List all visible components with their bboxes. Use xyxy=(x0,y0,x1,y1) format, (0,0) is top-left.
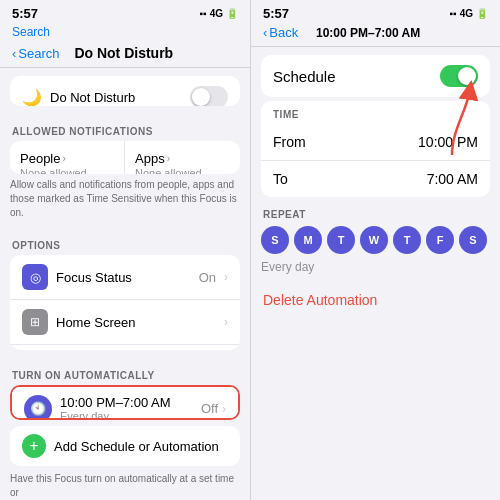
status-bar-left: 5:57 ▪▪ 4G 🔋 xyxy=(0,0,250,23)
every-day-label: Every day xyxy=(261,260,490,274)
auto-sub: Every day xyxy=(60,410,201,420)
auto-value: Off xyxy=(201,401,218,416)
apps-sub: None allowed xyxy=(135,167,230,175)
search-label-left: Search xyxy=(0,23,250,43)
delete-automation-button[interactable]: Delete Automation xyxy=(251,282,500,318)
auto-chevron: › xyxy=(222,402,226,416)
schedule-item[interactable]: 🕙 10:00 PM–7:00 AM Every day Off › xyxy=(12,387,238,420)
apps-title: Apps › xyxy=(135,151,230,166)
time-right: 5:57 xyxy=(263,6,289,21)
day-circles: SMTWTFS xyxy=(261,226,490,254)
nav-bar-left: ‹ Search Do Not Disturb xyxy=(0,43,250,68)
info-text: Allow calls and notifications from peopl… xyxy=(10,178,240,220)
focus-status-row[interactable]: ◎ Focus Status On › xyxy=(10,255,240,300)
time-header: TIME xyxy=(261,101,490,124)
repeat-section: REPEAT SMTWTFS Every day xyxy=(261,205,490,274)
signal-icon-left: ▪▪ xyxy=(200,8,207,19)
nav-title-left: Do Not Disturb xyxy=(60,45,188,61)
day-circle-0[interactable]: S xyxy=(261,226,289,254)
network-right: 4G xyxy=(460,8,473,19)
add-label: Add Schedule or Automation xyxy=(54,439,219,454)
repeat-header: REPEAT xyxy=(261,205,490,226)
moon-icon: 🌙 xyxy=(22,88,42,106)
day-circle-3[interactable]: W xyxy=(360,226,388,254)
time-section: TIME From 10:00 PM To 7:00 AM xyxy=(261,101,490,197)
to-row[interactable]: To 7:00 AM xyxy=(261,161,490,197)
focus-icon-symbol: ◎ xyxy=(30,270,41,285)
options-header: OPTIONS xyxy=(0,228,250,255)
time-left: 5:57 xyxy=(12,6,38,21)
people-chevron: › xyxy=(62,153,65,164)
add-icon: + xyxy=(22,434,46,458)
battery-icon-left: 🔋 xyxy=(226,8,238,19)
home-screen-row[interactable]: ⊞ Home Screen › xyxy=(10,300,240,345)
day-circle-5[interactable]: F xyxy=(426,226,454,254)
dnd-row: 🌙 Do Not Disturb xyxy=(10,76,240,106)
day-circle-4[interactable]: T xyxy=(393,226,421,254)
home-screen-icon: ⊞ xyxy=(22,309,48,335)
auto-title: 10:00 PM–7:00 AM xyxy=(60,395,201,410)
schedule-label: Schedule xyxy=(273,68,440,85)
clock-icon: 🕙 xyxy=(30,401,46,416)
people-sub: None allowed xyxy=(20,167,114,175)
auto-header: TURN ON AUTOMATICALLY xyxy=(0,358,250,385)
day-circle-1[interactable]: M xyxy=(294,226,322,254)
auto-icon: 🕙 xyxy=(24,395,52,420)
focus-status-icon: ◎ xyxy=(22,264,48,290)
from-value: 10:00 PM xyxy=(418,134,478,150)
from-label: From xyxy=(273,134,418,150)
back-button-right[interactable]: ‹ Back xyxy=(263,25,298,40)
status-icons-right: ▪▪ 4G 🔋 xyxy=(450,8,488,19)
network-left: 4G xyxy=(210,8,223,19)
people-cell[interactable]: People › None allowed xyxy=(10,141,125,175)
focus-status-label: Focus Status xyxy=(56,270,199,285)
apps-cell[interactable]: Apps › None allowed xyxy=(125,141,240,175)
footer-text: Have this Focus turn on automatically at… xyxy=(10,472,240,500)
focus-status-value: On xyxy=(199,270,216,285)
right-screen: 5:57 ▪▪ 4G 🔋 ‹ Back 10:00 PM–7:00 AM Sch… xyxy=(250,0,500,500)
lock-screen-row[interactable]: 🔒 Lock Screen › xyxy=(10,345,240,350)
add-schedule-row[interactable]: + Add Schedule or Automation xyxy=(10,426,240,466)
back-chevron-left: ‹ xyxy=(12,46,16,61)
dnd-card: 🌙 Do Not Disturb xyxy=(10,76,240,106)
options-card: ◎ Focus Status On › ⊞ Home Screen › 🔒 Lo… xyxy=(10,255,240,350)
back-button-left[interactable]: ‹ Search xyxy=(12,46,60,61)
auto-text: 10:00 PM–7:00 AM Every day xyxy=(60,395,201,420)
focus-status-chevron: › xyxy=(224,270,228,284)
schedule-row-outline: 🕙 10:00 PM–7:00 AM Every day Off › xyxy=(10,385,240,420)
notif-grid: People › None allowed Apps › None allowe… xyxy=(10,141,240,175)
home-screen-label: Home Screen xyxy=(56,315,220,330)
allowed-notif-header: ALLOWED NOTIFICATIONS xyxy=(0,114,250,141)
left-screen: 5:57 ▪▪ 4G 🔋 Search ‹ Search Do Not Dist… xyxy=(0,0,250,500)
back-chevron-right: ‹ xyxy=(263,25,267,40)
home-icon-symbol: ⊞ xyxy=(30,315,40,329)
day-circle-2[interactable]: T xyxy=(327,226,355,254)
from-row[interactable]: From 10:00 PM xyxy=(261,124,490,161)
nav-title-right: 10:00 PM–7:00 AM xyxy=(298,26,438,40)
dnd-label: Do Not Disturb xyxy=(50,90,190,105)
home-screen-chevron: › xyxy=(224,315,228,329)
people-title: People › xyxy=(20,151,114,166)
to-value: 7:00 AM xyxy=(427,171,478,187)
battery-icon-right: 🔋 xyxy=(476,8,488,19)
schedule-toggle-row: Schedule xyxy=(261,55,490,97)
dnd-toggle[interactable] xyxy=(190,86,228,106)
nav-bar-right: ‹ Back 10:00 PM–7:00 AM xyxy=(251,23,500,47)
auto-row: 🕙 10:00 PM–7:00 AM Every day Off › xyxy=(12,387,238,420)
to-label: To xyxy=(273,171,427,187)
status-bar-right: 5:57 ▪▪ 4G 🔋 xyxy=(251,0,500,23)
apps-chevron: › xyxy=(167,153,170,164)
schedule-toggle[interactable] xyxy=(440,65,478,87)
status-icons-left: ▪▪ 4G 🔋 xyxy=(200,8,238,19)
day-circle-6[interactable]: S xyxy=(459,226,487,254)
signal-icon-right: ▪▪ xyxy=(450,8,457,19)
